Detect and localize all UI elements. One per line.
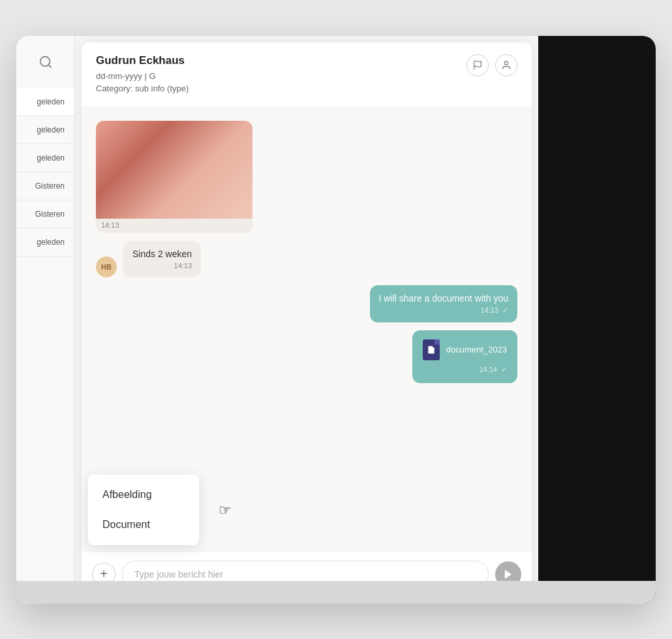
received-text: Sinds 2 weken (132, 249, 192, 259)
document-name: document_2023 (446, 345, 507, 354)
text-bubble-received: Sinds 2 weken 14:13 (123, 241, 201, 277)
app-container: geleden geleden geleden Gisteren Gistere… (16, 36, 656, 604)
flag-icon (472, 60, 483, 70)
document-icon (423, 339, 440, 360)
sidebar-item-5[interactable]: Gisteren (16, 200, 74, 228)
person-icon (501, 60, 512, 70)
document-bubble: document_2023 14:14 ✓ (412, 330, 517, 383)
received-message-time: 14:13 (132, 262, 192, 270)
sent-text: I will share a document with you (379, 293, 508, 304)
chat-header-info: Gudrun Eckhaus dd-mm-yyyy | G Category: … (96, 54, 189, 95)
sidebar-item-3[interactable]: geleden (16, 144, 74, 172)
sidebar-item-time-1: geleden (37, 97, 65, 106)
document-message-time: 14:14 ✓ (423, 366, 507, 374)
laptop-frame: geleden geleden geleden Gisteren Gistere… (16, 36, 656, 604)
contact-name: Gudrun Eckhaus (96, 54, 189, 67)
sidebar-item-4[interactable]: Gisteren (16, 172, 74, 200)
document-checkmark-icon: ✓ (501, 366, 507, 373)
text-bubble-sent: I will share a document with you 14:13 ✓ (370, 285, 517, 322)
svg-marker-4 (505, 570, 512, 579)
category: Category: sub info (type) (96, 82, 189, 95)
svg-point-3 (504, 61, 508, 65)
svg-line-1 (48, 65, 51, 67)
sidebar-item-1[interactable]: geleden (16, 88, 74, 116)
checkmark-icon: ✓ (502, 306, 508, 314)
search-button[interactable] (33, 49, 59, 75)
image-message: 14:13 (96, 121, 266, 233)
context-menu-item-document[interactable]: Document (88, 510, 199, 540)
profile-button[interactable] (495, 54, 517, 76)
image-bubble: 14:13 (96, 121, 252, 233)
sidebar-item-time-2: geleden (37, 125, 65, 134)
sidebar: geleden geleden geleden Gisteren Gistere… (16, 36, 75, 604)
text-message-received-row: HB Sinds 2 weken 14:13 (96, 241, 517, 277)
sidebar-item-time-6: geleden (37, 238, 65, 247)
sent-message-time: 14:13 ✓ (379, 306, 508, 315)
chat-header-actions (466, 54, 517, 76)
image-placeholder (96, 121, 252, 219)
image-message-time: 14:13 (96, 221, 252, 233)
sent-text-wrapper: I will share a document with you 14:13 ✓ (96, 285, 517, 322)
sidebar-item-2[interactable]: geleden (16, 116, 74, 144)
search-icon (38, 55, 53, 69)
sidebar-list: geleden geleden geleden Gisteren Gistere… (16, 88, 74, 257)
sent-document-wrapper: document_2023 14:14 ✓ (96, 330, 517, 383)
context-menu: Afbeelding Document (88, 475, 199, 545)
context-menu-item-image[interactable]: Afbeelding (88, 480, 199, 510)
document-content: document_2023 (423, 339, 507, 360)
send-icon (502, 569, 514, 580)
chat-header: Gudrun Eckhaus dd-mm-yyyy | G Category: … (82, 42, 532, 108)
sidebar-item-time-4: Gisteren (35, 181, 65, 191)
laptop-stand (16, 581, 656, 604)
sidebar-item-6[interactable]: geleden (16, 228, 74, 257)
file-icon (427, 345, 436, 354)
date-format: dd-mm-yyyy | G (96, 70, 189, 83)
avatar-hb: HB (96, 257, 117, 277)
chat-panel: Gudrun Eckhaus dd-mm-yyyy | G Category: … (82, 42, 532, 597)
right-panel (538, 36, 656, 604)
sidebar-item-time-5: Gisteren (35, 210, 65, 219)
flag-button[interactable] (466, 54, 489, 76)
sidebar-item-time-3: geleden (37, 153, 65, 163)
